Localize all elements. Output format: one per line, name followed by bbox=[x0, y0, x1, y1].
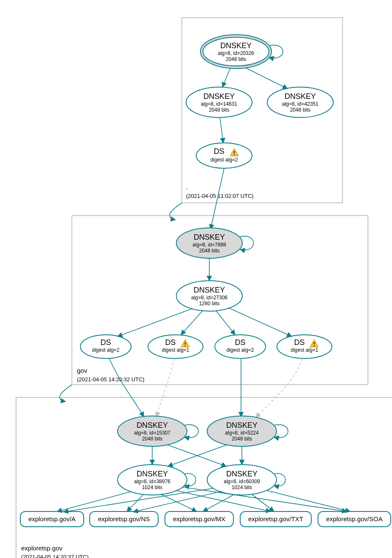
svg-text:alg=8, id=5224: alg=8, id=5224 bbox=[225, 430, 259, 436]
svg-text:DNSKEY: DNSKEY bbox=[226, 421, 258, 429]
edge-deleg-root-gov bbox=[170, 203, 182, 220]
node-gov-ds4: DS digest alg=1 bbox=[277, 335, 332, 358]
zone-exploretsp bbox=[16, 397, 392, 558]
svg-text:DNSKEY: DNSKEY bbox=[220, 41, 252, 50]
svg-text:DNSKEY: DNSKEY bbox=[226, 470, 258, 478]
svg-text:2048 bits: 2048 bits bbox=[226, 56, 247, 62]
svg-text:digest alg=1: digest alg=1 bbox=[162, 347, 189, 353]
edge-govzsk-ds1 bbox=[118, 309, 192, 336]
svg-text:DNSKEY: DNSKEY bbox=[137, 470, 168, 478]
zone-gov-ts: (2021-04-05 14:20:32 UTC) bbox=[77, 376, 145, 383]
svg-text:1280 bits: 1280 bits bbox=[199, 301, 220, 306]
node-root-zsk1: DNSKEY alg=8, id=14631 2048 bits bbox=[186, 87, 252, 118]
node-ex-ksk2: DNSKEY alg=8, id=5224 2048 bits bbox=[207, 416, 277, 446]
svg-text:exploretsp.gov/TXT: exploretsp.gov/TXT bbox=[248, 515, 303, 522]
svg-text:DNSKEY: DNSKEY bbox=[194, 233, 225, 241]
svg-text:DNSKEY: DNSKEY bbox=[137, 421, 168, 429]
svg-text:2048 bits: 2048 bits bbox=[290, 107, 311, 113]
svg-text:alg=8, id=38976: alg=8, id=38976 bbox=[134, 479, 170, 484]
node-root-zsk2: DNSKEY alg=8, id=42351 2048 bits bbox=[267, 87, 333, 118]
svg-text:2048 bits: 2048 bits bbox=[199, 248, 220, 254]
node-root-ksk: DNSKEY alg=8, id=20326 2048 bits bbox=[200, 35, 271, 68]
svg-text:alg=8, id=7698: alg=8, id=7698 bbox=[192, 242, 226, 248]
record-a: exploretsp.gov/A bbox=[20, 512, 84, 527]
svg-text:exploretsp.gov/A: exploretsp.gov/A bbox=[28, 515, 76, 522]
svg-text:DNSKEY: DNSKEY bbox=[203, 92, 235, 101]
zone-root-label: . bbox=[186, 183, 188, 191]
svg-text:alg=8, id=15307: alg=8, id=15307 bbox=[134, 430, 170, 436]
svg-text:digest alg=1: digest alg=1 bbox=[291, 347, 318, 353]
svg-text:2048 bits: 2048 bits bbox=[142, 436, 163, 442]
node-ex-ksk1: DNSKEY alg=8, id=15307 2048 bits bbox=[118, 416, 187, 446]
zone-root-ts: (2021-04-05 11:02:07 UTC) bbox=[186, 193, 254, 199]
node-gov-ds1: DS digest alg=2 bbox=[80, 335, 131, 358]
svg-text:DS: DS bbox=[294, 338, 304, 347]
svg-text:alg=8, id=27306: alg=8, id=27306 bbox=[191, 295, 228, 301]
zone-ex-ts: (2021-04-05 14:20:37 UTC) bbox=[21, 554, 89, 558]
svg-text:DS: DS bbox=[165, 338, 175, 347]
node-gov-ds3: DS digest alg=2 bbox=[215, 335, 266, 358]
node-ex-zsk2: DNSKEY alg=8, id=60309 1024 bits bbox=[207, 465, 277, 495]
svg-text:DNSKEY: DNSKEY bbox=[285, 92, 316, 101]
node-gov-ksk: DNSKEY alg=8, id=7698 2048 bits bbox=[176, 228, 242, 258]
svg-text:2048 bits: 2048 bits bbox=[232, 436, 252, 442]
svg-text:alg=8, id=20326: alg=8, id=20326 bbox=[218, 50, 254, 56]
zone-ex-label: exploretsp.gov bbox=[21, 544, 63, 552]
record-txt: exploretsp.gov/TXT bbox=[240, 512, 311, 527]
node-gov-zsk: DNSKEY alg=8, id=27306 1280 bits bbox=[176, 281, 242, 311]
edge-deleg-gov-ex bbox=[60, 385, 72, 402]
svg-text:2048 bits: 2048 bits bbox=[209, 107, 230, 113]
node-root-ds: DS digest alg=2 bbox=[196, 143, 252, 168]
node-gov-ds2: DS digest alg=1 bbox=[148, 335, 203, 358]
record-ns: exploretsp.gov/NS bbox=[90, 512, 158, 527]
svg-text:DS: DS bbox=[235, 338, 245, 347]
svg-text:digest alg=2: digest alg=2 bbox=[226, 347, 254, 353]
svg-text:1024 bits: 1024 bits bbox=[232, 484, 252, 490]
record-soa: exploretsp.gov/SOA bbox=[318, 512, 391, 527]
edge-govzsk-ds2 bbox=[181, 310, 203, 335]
edge-z2-mx bbox=[203, 494, 235, 512]
svg-text:DNSKEY: DNSKEY bbox=[194, 286, 225, 294]
svg-text:exploretsp.gov/NS: exploretsp.gov/NS bbox=[98, 515, 150, 522]
edge-ds1-exksk1 bbox=[109, 358, 144, 417]
svg-text:digest alg=2: digest alg=2 bbox=[92, 347, 119, 353]
edge-govzsk-ds4 bbox=[228, 308, 292, 336]
edge-ds2-exksk1 bbox=[156, 358, 174, 417]
edge-z1-ns bbox=[127, 494, 144, 512]
svg-text:1024 bits: 1024 bits bbox=[142, 484, 163, 490]
svg-text:digest alg=2: digest alg=2 bbox=[210, 157, 238, 163]
zone-gov-label: gov bbox=[77, 367, 88, 374]
edge-rootksk-zsk1 bbox=[222, 68, 230, 87]
edge-rootzsk1-ds bbox=[220, 118, 223, 143]
svg-text:exploretsp.gov/SOA: exploretsp.gov/SOA bbox=[326, 515, 382, 522]
edge-z2-soa bbox=[266, 490, 350, 512]
svg-text:alg=8, id=14631: alg=8, id=14631 bbox=[201, 101, 237, 107]
edge-govzsk-ds3 bbox=[216, 310, 235, 335]
edge-rootksk-zsk2 bbox=[245, 68, 288, 89]
svg-text:alg=8, id=42351: alg=8, id=42351 bbox=[282, 101, 318, 107]
dnssec-graph: . (2021-04-05 11:02:07 UTC) DNSKEY alg=8… bbox=[8, 8, 392, 558]
edge-z1-mx bbox=[161, 494, 197, 512]
svg-text:alg=8, id=60309: alg=8, id=60309 bbox=[224, 479, 260, 484]
record-mx: exploretsp.gov/MX bbox=[165, 512, 233, 527]
svg-text:exploretsp.gov/MX: exploretsp.gov/MX bbox=[173, 515, 225, 522]
svg-text:DS: DS bbox=[214, 147, 224, 156]
edge-z2-txt bbox=[252, 494, 274, 512]
edge-z1-a bbox=[57, 492, 131, 512]
svg-text:DS: DS bbox=[100, 338, 111, 347]
edge-ds4-exksk2 bbox=[256, 358, 302, 418]
svg-point-15 bbox=[196, 143, 252, 168]
